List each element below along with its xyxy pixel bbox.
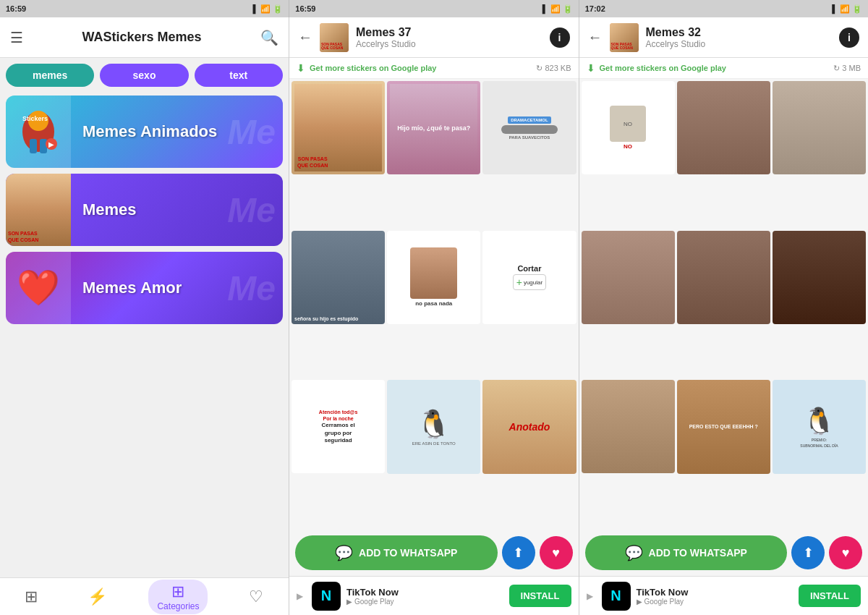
menu-icon[interactable]: ☰: [10, 29, 23, 46]
pack-item-animated[interactable]: Stickers ▶ Memes Animados Me: [6, 96, 283, 168]
install-button-2[interactable]: INSTALL: [799, 585, 861, 607]
main-content: ☰ WAStickers Memes 🔍 memes sexo text Sti…: [0, 17, 868, 615]
status-icons-1: ▌ 📶 🔋: [253, 4, 284, 14]
get-more-link-1[interactable]: Get more stickers on Google play: [310, 64, 436, 72]
action-bar-1: 💬 ADD TO WHATSAPP ⬆ ♥: [289, 530, 579, 576]
nav-categories[interactable]: ⊞ Categories: [148, 580, 208, 614]
file-size-2: ↻ 3 MB: [833, 64, 861, 73]
share-button-1[interactable]: ⬆: [502, 536, 535, 569]
tab-sexo[interactable]: sexo: [100, 64, 188, 87]
sticker-cell[interactable]: [773, 81, 866, 174]
play-store-icon-1: ▶: [346, 598, 352, 606]
detail-panel-1: ← SON PASASQUE COSAN Memes 37 Accelrys S…: [289, 17, 579, 615]
detail-thumb-2: SON PASASQUE COSAN: [610, 23, 639, 52]
sticker-cell[interactable]: [582, 231, 675, 324]
info-button-2[interactable]: i: [839, 27, 859, 48]
status-icons-3: ▌ 📶 🔋: [832, 4, 862, 14]
bottom-nav: ⊞ ⚡ ⊞ Categories ♡: [0, 577, 289, 615]
category-tabs: memes sexo text: [0, 58, 289, 93]
sticker-cell[interactable]: [582, 380, 675, 473]
get-more-link-2[interactable]: Get more stickers on Google play: [600, 64, 726, 72]
sticker-cell[interactable]: NO NO: [582, 81, 675, 174]
nav-store[interactable]: ⊞: [16, 585, 46, 609]
share-icon-1: ⬆: [513, 545, 524, 561]
sticker-cell[interactable]: Atención tod@s Por la noche Cerramos el …: [292, 380, 385, 473]
pack-watermark-animated: Me: [227, 112, 276, 152]
add-whatsapp-button-2[interactable]: 💬 ADD TO WHATSAPP: [585, 535, 788, 570]
ad-banner-1: ▶ N TikTok Now ▶ Google Play INSTALL: [289, 576, 579, 615]
tab-text[interactable]: text: [195, 64, 283, 87]
favorite-button-2[interactable]: ♥: [829, 536, 862, 569]
play-store-icon-2: ▶: [637, 598, 642, 606]
download-icon-1: ⬇: [297, 62, 305, 74]
detail-title-1: Memes 37: [356, 26, 542, 39]
pack-item-memes[interactable]: SON PASASQUE COSAN Memes Me: [6, 174, 283, 246]
detail-thumb-1: SON PASASQUE COSAN: [320, 23, 349, 52]
sticker-cell-anotado[interactable]: Anotado: [482, 380, 576, 473]
sticker-cell[interactable]: no pasa nada: [387, 231, 480, 324]
back-button-1[interactable]: ←: [298, 29, 312, 46]
status-icons-2: ▌ 📶 🔋: [542, 4, 573, 14]
detail-header-1: ← SON PASASQUE COSAN Memes 37 Accelrys S…: [289, 17, 579, 58]
nav-favorites[interactable]: ♡: [240, 585, 272, 609]
favorites-icon: ♡: [249, 588, 263, 606]
file-size-value-2: 3 MB: [842, 64, 861, 72]
add-whatsapp-button-1[interactable]: 💬 ADD TO WHATSAPP: [295, 535, 498, 570]
time-2: 16:59: [295, 4, 315, 13]
wifi-icon-1: 📶: [260, 4, 271, 14]
sticker-cell-pingu[interactable]: 🐧 ERE ASIN DE TONTO: [387, 380, 480, 473]
ad-text-2: TikTok Now ▶ Google Play: [637, 587, 793, 606]
detail-title-2: Memes 32: [646, 26, 833, 39]
nav-lightning[interactable]: ⚡: [79, 585, 116, 609]
time-3: 17:02: [585, 4, 605, 13]
sticker-cell[interactable]: SON PASASQUE COSAN: [292, 81, 385, 174]
ad-subtitle-1: ▶ Google Play: [346, 598, 503, 606]
favorite-button-1[interactable]: ♥: [540, 536, 573, 569]
ad-app-icon-1: N: [312, 582, 341, 611]
battery-icon-3: 🔋: [852, 4, 862, 14]
back-button-2[interactable]: ←: [588, 29, 603, 46]
install-button-1[interactable]: INSTALL: [509, 585, 571, 607]
sticker-cell[interactable]: señora su hijo es estupido: [292, 231, 385, 324]
battery-icon-2: 🔋: [563, 4, 573, 14]
ad-close-icon-1[interactable]: ▶: [297, 591, 303, 601]
sticker-cell-peroesto[interactable]: PERO ESTO QUE EEEHHH ?: [677, 380, 770, 473]
app-title: WAStickers Memes: [82, 30, 201, 45]
svg-text:▶: ▶: [48, 140, 54, 148]
ad-subtitle-2: ▶ Google Play: [637, 598, 793, 606]
ad-close-icon-2[interactable]: ▶: [587, 591, 593, 601]
file-size-1: ↻ 823 KB: [536, 64, 571, 73]
whatsapp-icon-2: 💬: [625, 544, 643, 561]
sticker-cell[interactable]: [677, 81, 770, 174]
svg-rect-3: [40, 139, 47, 153]
pack-item-amor[interactable]: ❤️ Memes Amor Me: [6, 252, 283, 324]
ad-title-1: TikTok Now: [346, 587, 503, 598]
heart-icon-2: ♥: [842, 546, 850, 561]
sticker-cell[interactable]: [677, 231, 770, 324]
download-bar-1: ⬇ Get more stickers on Google play ↻ 823…: [289, 58, 579, 79]
sticker-cell-pingu2[interactable]: 🐧 PREMIO: SUBNORMAL DEL DÍA: [773, 380, 866, 473]
refresh-icon-2: ↻: [833, 64, 840, 73]
time-1: 16:59: [6, 4, 26, 13]
file-size-value-1: 823 KB: [545, 64, 571, 72]
info-button-1[interactable]: i: [550, 27, 570, 48]
sticker-cell[interactable]: [773, 231, 866, 324]
wifi-icon-2: 📶: [550, 4, 561, 14]
status-panel-2: 16:59 ▌ 📶 🔋: [289, 0, 579, 17]
sticker-cell[interactable]: Hijo mío, ¿qué te pasa?: [387, 81, 480, 174]
detail-info-1: Memes 37 Accelrys Studio: [356, 26, 542, 49]
ad-banner-2: ▶ N TikTok Now ▶ Google Play INSTALL: [579, 576, 869, 615]
battery-icon-1: 🔋: [273, 4, 283, 14]
sticker-cell[interactable]: DRAMACETAMOL PARA SUAVECITOS: [482, 81, 576, 174]
share-button-2[interactable]: ⬆: [791, 536, 825, 569]
signal-icon-2: ▌: [542, 4, 548, 13]
status-panel-1: 16:59 ▌ 📶 🔋: [0, 0, 289, 17]
search-icon[interactable]: 🔍: [260, 29, 278, 46]
sticker-cell-cortar[interactable]: Cortar + yugular: [482, 231, 576, 324]
tab-memes[interactable]: memes: [6, 64, 94, 87]
signal-icon-3: ▌: [832, 4, 838, 13]
detail-panel-2: ← SON PASASQUE COSAN Memes 32 Accelrys S…: [579, 17, 869, 615]
pack-thumb-animated: Stickers ▶: [6, 96, 71, 168]
refresh-icon-1: ↻: [536, 64, 542, 73]
pack-thumb-memes: SON PASASQUE COSAN: [6, 174, 71, 246]
